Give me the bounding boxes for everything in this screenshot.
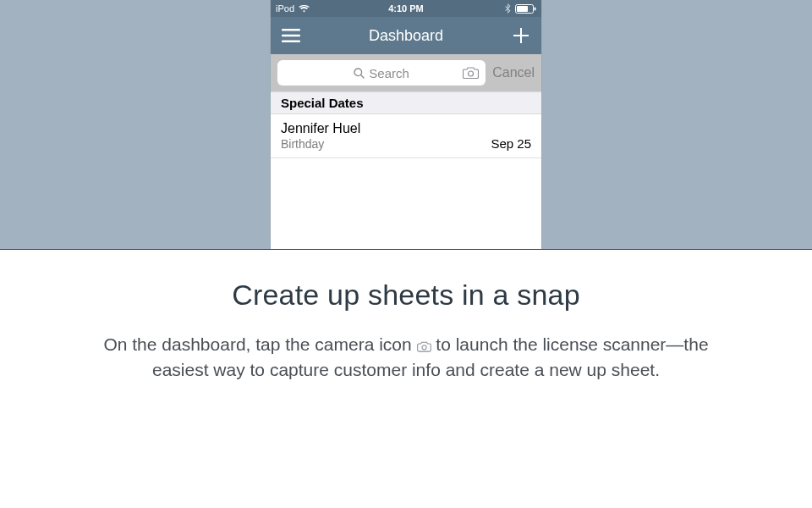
row-secondary: Birthday bbox=[281, 137, 360, 151]
section-header: Special Dates bbox=[271, 91, 541, 114]
svg-point-10 bbox=[469, 71, 474, 76]
headline: Create up sheets in a snap bbox=[68, 279, 744, 312]
device-label: iPod bbox=[276, 3, 294, 14]
camera-icon[interactable] bbox=[463, 67, 479, 80]
search-placeholder: Search bbox=[369, 66, 409, 80]
menu-icon[interactable] bbox=[281, 25, 301, 46]
list-item[interactable]: Jennifer Huel Birthday Sep 25 bbox=[271, 114, 541, 158]
clock: 4:10 PM bbox=[388, 3, 424, 14]
svg-rect-7 bbox=[513, 35, 529, 36]
svg-rect-2 bbox=[517, 6, 528, 12]
svg-line-9 bbox=[361, 75, 364, 77]
body-copy: On the dashboard, tap the camera icon to… bbox=[93, 332, 719, 384]
wifi-icon bbox=[299, 5, 310, 13]
battery-icon bbox=[515, 4, 536, 14]
add-button[interactable] bbox=[511, 25, 531, 46]
svg-rect-5 bbox=[282, 40, 300, 42]
nav-bar: Dashboard bbox=[271, 17, 541, 54]
svg-rect-4 bbox=[282, 35, 300, 37]
search-input[interactable]: Search bbox=[277, 60, 486, 86]
bluetooth-icon bbox=[505, 3, 511, 14]
hero-backdrop: iPod 4:10 PM bbox=[0, 0, 812, 249]
page-title: Dashboard bbox=[369, 27, 443, 45]
marketing-copy: Create up sheets in a snap On the dashbo… bbox=[0, 250, 812, 508]
status-bar: iPod 4:10 PM bbox=[271, 0, 541, 17]
row-date: Sep 25 bbox=[491, 136, 531, 151]
cancel-button[interactable]: Cancel bbox=[492, 65, 535, 80]
phone-mock: iPod 4:10 PM bbox=[271, 0, 541, 249]
search-bar: Search Cancel bbox=[271, 54, 541, 91]
svg-point-11 bbox=[421, 345, 425, 350]
row-primary: Jennifer Huel bbox=[281, 121, 360, 136]
svg-rect-3 bbox=[282, 29, 300, 31]
search-icon bbox=[354, 68, 365, 79]
svg-rect-1 bbox=[535, 7, 536, 10]
camera-icon bbox=[417, 341, 431, 352]
